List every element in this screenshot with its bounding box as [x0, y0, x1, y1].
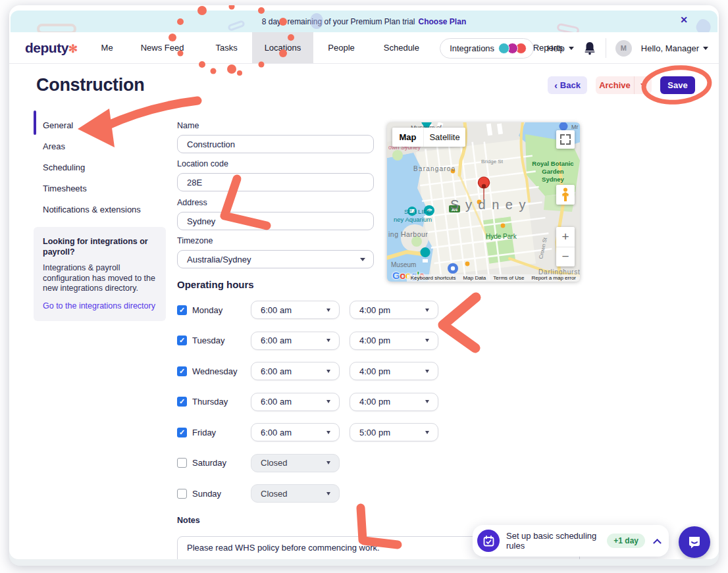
fullscreen-button[interactable] — [556, 130, 575, 149]
nav-item-news-feed[interactable]: News Feed — [132, 32, 194, 63]
day-checkbox-wednesday[interactable]: ✓ — [177, 366, 187, 376]
terms-link[interactable]: Terms of Use — [493, 275, 524, 281]
address-input[interactable] — [177, 212, 374, 230]
day-checkbox-friday[interactable]: ✓ — [177, 428, 187, 437]
banner-close-icon[interactable]: ✕ — [680, 14, 688, 25]
day-label: Thursday — [192, 397, 251, 407]
operating-hours-title: Operating hours — [177, 279, 254, 290]
satellite-tab[interactable]: Satellite — [423, 128, 465, 147]
open-time-select-tuesday[interactable]: 6:00 am — [251, 332, 340, 350]
navbar: deputy✻ Me News Feed Tasks Locations Peo… — [9, 32, 719, 64]
open-time-select-monday[interactable]: 6:00 am — [251, 301, 340, 319]
timezone-value: Australia/Sydney — [187, 255, 251, 264]
zoom-in-button[interactable]: + — [556, 227, 575, 247]
name-input[interactable] — [177, 135, 374, 153]
select-value: 4:00 pm — [359, 366, 390, 376]
open-time-select-friday[interactable]: 6:00 am — [251, 423, 340, 441]
chevron-down-icon — [326, 492, 330, 495]
nav-item-locations[interactable]: Locations — [252, 32, 314, 63]
timezone-field-group: Timezone Australia/Sydney — [177, 236, 374, 268]
close-time-select-tuesday[interactable]: 4:00 pm — [350, 332, 438, 350]
nav-item-tasks[interactable]: Tasks — [206, 32, 246, 63]
chevron-down-icon — [425, 431, 429, 434]
chat-launcher-button[interactable] — [679, 526, 710, 558]
info-box-body: Integrations & payroll configuration has… — [43, 263, 157, 294]
bell-icon — [583, 41, 596, 55]
map-label-aquarium: ney Aquarium — [394, 216, 432, 223]
fullscreen-icon — [566, 140, 571, 145]
zoom-out-button[interactable]: − — [556, 247, 575, 267]
integrations-button[interactable]: Integrations — [440, 38, 534, 59]
archive-dropdown-button[interactable] — [634, 76, 652, 94]
sidebar-item-timesheets[interactable]: Timesheets — [43, 178, 141, 199]
sidebar-item-notifications[interactable]: Notifications & extensions — [43, 199, 141, 220]
close-time-select-friday[interactable]: 5:00 pm — [350, 423, 438, 441]
operating-hours-row: ✓Wednesday6:00 am4:00 pm — [177, 362, 454, 380]
sidebar-item-scheduling[interactable]: Scheduling — [43, 157, 141, 178]
location-code-input[interactable] — [177, 173, 374, 191]
user-menu[interactable]: Hello, Manager — [641, 43, 708, 53]
chevron-down-icon — [326, 370, 330, 373]
close-time-select-monday[interactable]: 4:00 pm — [350, 301, 438, 319]
timezone-select[interactable]: Australia/Sydney — [177, 250, 374, 268]
save-button[interactable]: Save — [660, 76, 695, 94]
avatar[interactable]: M — [615, 40, 632, 57]
deputy-spark-icon: ✻ — [68, 43, 78, 55]
day-checkbox-monday[interactable]: ✓ — [177, 305, 187, 315]
greeting-label: Hello, Manager — [641, 43, 699, 53]
nav-right-cluster: Integrations Help M Hello, Manager — [440, 32, 708, 64]
select-value: 6:00 am — [261, 397, 292, 407]
sidebar: General Areas Scheduling Timesheets Noti… — [43, 114, 141, 220]
back-button[interactable]: ‹Back — [548, 76, 587, 94]
chevron-down-icon — [326, 309, 330, 312]
close-time-select-wednesday[interactable]: 4:00 pm — [350, 362, 438, 380]
widget-badge: +1 day — [607, 534, 645, 548]
chevron-down-icon — [326, 431, 330, 434]
chevron-up-icon[interactable] — [653, 538, 662, 547]
open-time-select-wednesday[interactable]: 6:00 am — [251, 362, 340, 380]
select-value: 6:00 am — [261, 366, 292, 376]
closed-select-saturday[interactable]: Closed — [251, 454, 340, 472]
info-box-title: Looking for integrations or payroll? — [43, 237, 157, 257]
archive-button[interactable]: Archive — [596, 76, 634, 94]
day-label: Sunday — [192, 489, 251, 499]
day-checkbox-saturday[interactable] — [177, 458, 187, 468]
choose-plan-link[interactable]: Choose Plan — [419, 17, 467, 26]
map-data-link[interactable]: Map Data — [463, 275, 486, 281]
chevron-down-icon — [425, 400, 429, 403]
map-label-garden-sydney: Sydney — [542, 176, 565, 183]
integrations-label: Integrations — [450, 43, 494, 53]
integrations-directory-link[interactable]: Go to the integrations directory — [43, 301, 155, 311]
chevron-down-icon — [326, 400, 330, 403]
pegman-control[interactable] — [556, 185, 575, 205]
map-label-museum: Museum — [391, 261, 416, 268]
integrations-info-box: Looking for integrations or payroll? Int… — [34, 227, 166, 321]
keyboard-shortcuts-link[interactable]: Keyboard shortcuts — [411, 275, 456, 281]
day-checkbox-thursday[interactable]: ✓ — [177, 397, 187, 407]
sidebar-item-areas[interactable]: Areas — [43, 136, 141, 157]
select-value: Closed — [261, 489, 287, 499]
map-tab[interactable]: Map — [392, 128, 423, 147]
nav-item-me[interactable]: Me — [92, 32, 122, 63]
location-map[interactable]: A4 — [387, 122, 580, 282]
deputy-logo[interactable]: deputy✻ — [25, 40, 78, 56]
notes-label: Notes — [177, 516, 200, 525]
nav-item-schedule[interactable]: Schedule — [375, 32, 429, 63]
day-label: Wednesday — [192, 366, 251, 376]
closed-select-sunday[interactable]: Closed — [251, 484, 340, 503]
scheduling-tip-widget[interactable]: Set up basic scheduling rules +1 day — [473, 525, 669, 557]
confetti-blob — [556, 23, 580, 32]
notifications-bell-button[interactable] — [583, 41, 596, 55]
day-checkbox-sunday[interactable] — [177, 489, 187, 499]
help-menu[interactable]: Help — [547, 43, 574, 53]
map-zoom-control: + − — [556, 227, 575, 266]
sidebar-item-general[interactable]: General — [43, 114, 141, 136]
select-value: 6:00 am — [261, 428, 292, 437]
open-time-select-thursday[interactable]: 6:00 am — [251, 393, 340, 411]
chevron-down-icon — [640, 84, 646, 87]
report-error-link[interactable]: Report a map error — [531, 275, 576, 281]
map-attribution: Keyboard shortcuts Map Data Terms of Use… — [407, 274, 580, 282]
day-checkbox-tuesday[interactable]: ✓ — [177, 336, 187, 345]
close-time-select-thursday[interactable]: 4:00 pm — [350, 393, 438, 411]
nav-item-people[interactable]: People — [319, 32, 363, 63]
